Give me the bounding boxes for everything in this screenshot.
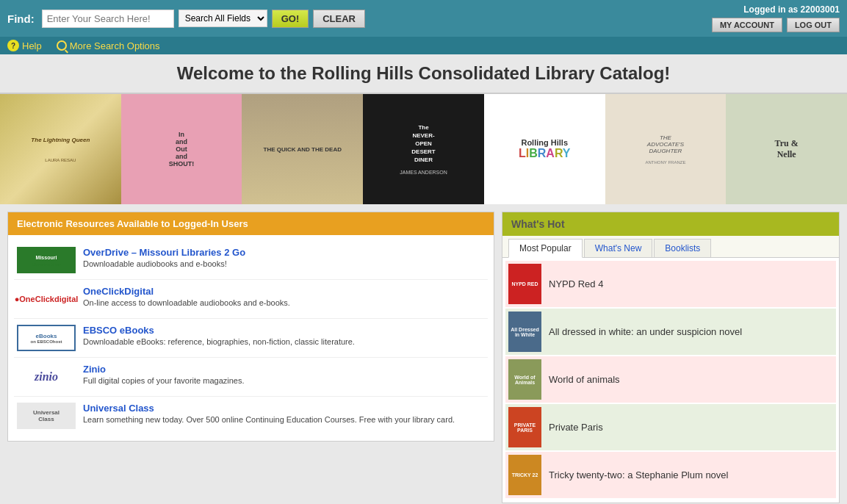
welcome-banner: Welcome to the Rolling Hills Consolidate… [0,54,847,94]
book-cover-in-out[interactable]: InandOutandSHOUT! [121,94,242,204]
logged-in-text: Logged in as 22003001 [743,4,840,15]
hot-item-2[interactable]: All Dressed in White All dressed in whit… [505,309,836,355]
zinio-info: Zinio Full digital copies of your favori… [83,364,245,385]
hot-title-3: World of animals [549,374,620,385]
book-cover-tru[interactable]: Tru &Nelle [726,94,847,204]
hot-cover-1: NYPD RED [508,264,541,304]
er-content: Missouri Libraries 2 Go OverDrive – Miss… [8,235,494,441]
zinio-desc: Full digital copies of your favorite mag… [83,376,245,385]
help-icon: ? [7,40,19,51]
right-panel: What's Hot Most Popular What's New Bookl… [502,212,840,503]
er-item-universal: UniversalClass Universal Class Learn som… [14,397,488,435]
oneclick-link[interactable]: OneClickDigital [83,286,154,297]
help-label: Help [22,40,42,51]
tab-whats-new[interactable]: What's New [584,239,653,257]
hot-title-4: Private Paris [549,422,603,433]
ebsco-info: EBSCO eBooks Downloadable eBooks: refere… [83,325,355,346]
clear-button[interactable]: CLEAR [313,10,365,28]
book-cover-library[interactable]: Rolling Hills LIBRARY [484,94,605,204]
whats-hot-content: NYPD RED NYPD Red 4 All Dressed in White… [502,258,839,503]
er-header: Electronic Resources Available to Logged… [8,212,494,235]
book-cover-never[interactable]: TheNEVER-OPENDESERTDINER JAMES ANDERSON [363,94,484,204]
universal-logo: UniversalClass [17,403,76,429]
search-input[interactable] [42,10,174,28]
overdrive-desc: Downloadable audiobooks and e-books! [83,259,245,268]
universal-desc: Learn something new today. Over 500 onli… [83,415,455,424]
hot-title-2: All dressed in white: an under suspicion… [549,326,742,337]
ebsco-logo: eBooks on EBSCOhost [17,325,76,351]
sub-header: ? Help More Search Options [0,37,847,54]
tab-most-popular[interactable]: Most Popular [508,239,583,258]
whats-hot-tabs: Most Popular What's New Booklists [502,236,839,258]
er-item-overdrive: Missouri Libraries 2 Go OverDrive – Miss… [14,241,488,280]
overdrive-logo: Missouri Libraries 2 Go [17,247,76,273]
my-account-button[interactable]: MY ACCOUNT [712,18,782,32]
left-panel: Electronic Resources Available to Logged… [7,212,494,503]
oneclick-info: OneClickDigital On-line access to downlo… [83,286,290,307]
main-content: Electronic Resources Available to Logged… [0,204,847,504]
search-icon [57,40,67,51]
welcome-title: Welcome to the Rolling Hills Consolidate… [9,63,838,84]
account-buttons: MY ACCOUNT LOG OUT [712,18,840,32]
er-item-oneclick: ●OneClickdigital OneClickDigital On-line… [14,280,488,319]
ebsco-desc: Downloadable eBooks: reference, biograph… [83,337,355,346]
hot-item-4[interactable]: PRIVATE PARIS Private Paris [505,404,836,450]
universal-link[interactable]: Universal Class [83,403,154,414]
oneclick-desc: On-line access to downloadable audiobook… [83,298,290,307]
oneclick-logo: ●OneClickdigital [17,286,76,312]
hot-item-3[interactable]: World of Animals World of animals [505,356,836,403]
hot-title-5: Tricky twenty-two: a Stephanie Plum nove… [549,469,728,480]
book-carousel: The Lightning Queen LAURA RESAU InandOut… [0,94,847,204]
search-field-select[interactable]: Search All Fields [179,10,267,27]
overdrive-link[interactable]: OverDrive – Missouri Libraries 2 Go [83,247,245,258]
help-link[interactable]: ? Help [7,40,42,51]
more-search-link[interactable]: More Search Options [57,40,160,51]
hot-item-5[interactable]: TRICKY 22 Tricky twenty-two: a Stephanie… [505,452,836,498]
find-label: Find: [7,12,35,25]
user-area: Logged in as 22003001 MY ACCOUNT LOG OUT [712,4,840,32]
book-cover-quick[interactable]: THE QUICK AND THE DEAD [242,94,363,204]
log-out-button[interactable]: LOG OUT [787,18,840,32]
whats-hot-header: What's Hot [502,212,839,236]
tab-booklists[interactable]: Booklists [654,239,711,257]
search-area: Find: Search All Fields GO! CLEAR [7,10,365,28]
hot-cover-2: All Dressed in White [508,312,541,352]
hot-title-1: NYPD Red 4 [549,278,603,289]
hot-cover-3: World of Animals [508,359,541,400]
hot-item-1[interactable]: NYPD RED NYPD Red 4 [505,261,836,307]
er-item-ebsco: eBooks on EBSCOhost EBSCO eBooks Downloa… [14,319,488,358]
zinio-link[interactable]: Zinio [83,364,106,375]
whats-hot: What's Hot Most Popular What's New Bookl… [502,212,840,503]
go-button[interactable]: GO! [272,10,309,28]
hot-cover-4: PRIVATE PARIS [508,407,541,447]
book-cover-lightning[interactable]: The Lightning Queen LAURA RESAU [0,94,121,204]
electronic-resources: Electronic Resources Available to Logged… [7,212,494,442]
ebsco-link[interactable]: EBSCO eBooks [83,325,154,336]
book-cover-advocate[interactable]: THEADVOCATE'SDAUGHTER ANTHONY FRANZE [605,94,727,204]
zinio-logo: zinio [17,364,76,390]
header: Find: Search All Fields GO! CLEAR Logged… [0,0,847,37]
more-search-label: More Search Options [70,40,160,51]
universal-info: Universal Class Learn something new toda… [83,403,455,424]
er-item-zinio: zinio Zinio Full digital copies of your … [14,358,488,397]
overdrive-info: OverDrive – Missouri Libraries 2 Go Down… [83,247,245,268]
hot-cover-5: TRICKY 22 [508,455,541,495]
